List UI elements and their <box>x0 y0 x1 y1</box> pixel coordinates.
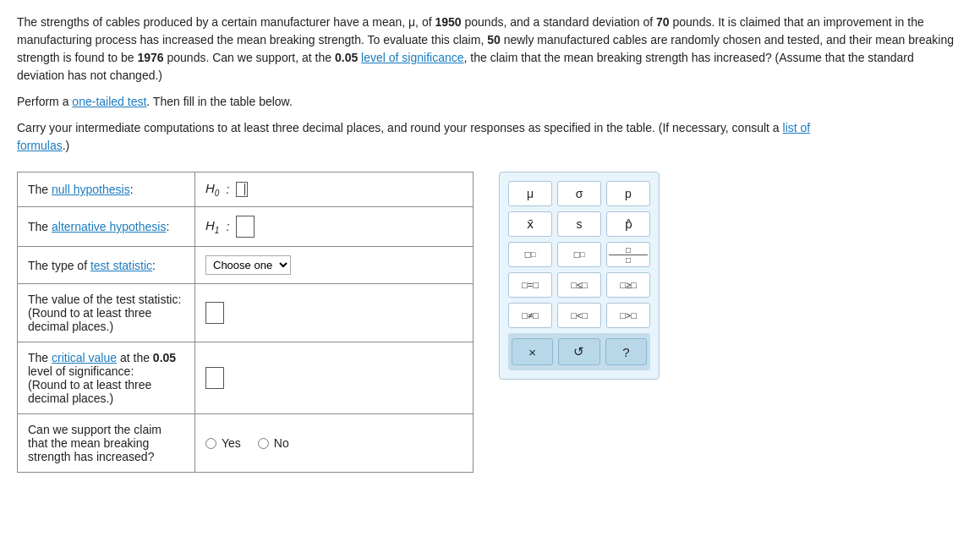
test-statistic-type-label: The type of test statistic: <box>18 247 195 284</box>
phat-button[interactable]: p̂ <box>606 211 650 237</box>
symbol-panel: μ σ p x̄ s p̂ □□ □□ □ □ □=□ <box>499 172 660 473</box>
h0-colon: : <box>226 183 229 196</box>
list-of-formulas-link[interactable]: list offormulas <box>17 121 810 152</box>
one-tailed-test-link[interactable]: one-tailed test <box>72 95 146 108</box>
lt-button[interactable]: □<□ <box>557 303 601 328</box>
yes-radio[interactable] <box>205 438 216 449</box>
geq-button[interactable]: □≥□ <box>606 272 650 298</box>
symbol-row-2: x̄ s p̂ <box>508 211 650 237</box>
help-button[interactable]: ? <box>605 338 647 365</box>
square-superscript-button[interactable]: □□ <box>508 242 552 267</box>
test-statistic-type-row: The type of test statistic: Choose one z… <box>18 247 474 284</box>
null-hypothesis-input-cell: H0 : <box>195 172 474 207</box>
alt-hypothesis-row: The alternative hypothesis: H1 : <box>18 207 474 247</box>
leq-button[interactable]: □≤□ <box>557 272 601 298</box>
test-statistic-link[interactable]: test statistic <box>90 259 152 272</box>
fraction-button[interactable]: □ □ <box>606 242 650 267</box>
conclusion-label: Can we support the claim that the mean b… <box>18 414 195 473</box>
null-hypothesis-input[interactable] <box>236 182 248 197</box>
conclusion-radio-group: Yes No <box>205 436 463 450</box>
alt-hypothesis-formula: H1 : <box>205 216 463 238</box>
test-statistic-value-input-cell <box>195 284 474 342</box>
null-hypothesis-formula: H0 : <box>205 181 463 198</box>
equals-button[interactable]: □=□ <box>508 272 552 298</box>
critical-value-link[interactable]: critical value <box>52 351 117 364</box>
hypothesis-table: The null hypothesis: H0 : The alternativ… <box>17 172 474 473</box>
null-hypothesis-row: The null hypothesis: H0 : <box>18 172 474 207</box>
test-statistic-type-input-cell: Choose one z t Chi-square F <box>195 247 474 284</box>
critical-value-input[interactable] <box>205 367 224 389</box>
h0-symbol: H0 <box>205 181 219 198</box>
yes-radio-label[interactable]: Yes <box>205 436 241 450</box>
p-button[interactable]: p <box>606 181 650 206</box>
symbol-row-3: □□ □□ □ □ <box>508 242 650 267</box>
test-statistic-value-label: The value of the test statistic: (Round … <box>18 284 195 342</box>
null-hypothesis-label: The null hypothesis: <box>18 172 195 207</box>
square-subscript-button[interactable]: □□ <box>557 242 601 267</box>
paragraph-1: The strengths of cables produced by a ce… <box>17 14 963 85</box>
delete-button[interactable]: × <box>512 338 553 365</box>
alt-hypothesis-link[interactable]: alternative hypothesis <box>52 220 166 233</box>
alt-hypothesis-input[interactable] <box>236 216 255 238</box>
critical-value-label: The critical value at the 0.05 level of … <box>18 342 195 414</box>
alt-hypothesis-label: The alternative hypothesis: <box>18 207 195 247</box>
no-radio-label[interactable]: No <box>258 436 289 450</box>
mu-button[interactable]: μ <box>508 181 552 206</box>
yes-label: Yes <box>222 436 241 450</box>
h1-symbol: H1 <box>205 218 219 235</box>
hypothesis-table-section: The null hypothesis: H0 : The alternativ… <box>17 172 474 473</box>
undo-button[interactable]: ↺ <box>558 338 599 365</box>
no-radio[interactable] <box>258 438 269 449</box>
gt-button[interactable]: □>□ <box>606 303 650 328</box>
paragraph-2: Perform a one-tailed test. Then fill in … <box>17 93 963 111</box>
conclusion-row: Can we support the claim that the mean b… <box>18 414 474 473</box>
critical-value-row: The critical value at the 0.05 level of … <box>18 342 474 414</box>
level-of-significance-link[interactable]: level of significance <box>361 51 463 64</box>
paragraph-3: Carry your intermediate computations to … <box>17 119 963 155</box>
sigma-button[interactable]: σ <box>557 181 601 206</box>
test-statistic-value-row: The value of the test statistic: (Round … <box>18 284 474 342</box>
test-statistic-select[interactable]: Choose one z t Chi-square F <box>205 255 291 275</box>
symbol-action-row: × ↺ ? <box>508 333 650 370</box>
symbol-row-5: □≠□ □<□ □>□ <box>508 303 650 328</box>
critical-value-input-cell <box>195 342 474 414</box>
alt-hypothesis-input-cell: H1 : <box>195 207 474 247</box>
test-statistic-value-input[interactable] <box>205 302 224 324</box>
s-button[interactable]: s <box>557 211 601 237</box>
symbol-row-1: μ σ p <box>508 181 650 206</box>
symbol-row-4: □=□ □≤□ □≥□ <box>508 272 650 298</box>
conclusion-input-cell: Yes No <box>195 414 474 473</box>
no-label: No <box>274 436 289 450</box>
h1-colon: : <box>226 220 229 233</box>
null-hypothesis-link[interactable]: null hypothesis <box>52 183 130 196</box>
neq-button[interactable]: □≠□ <box>508 303 552 328</box>
xbar-button[interactable]: x̄ <box>508 211 552 237</box>
symbol-panel-container: μ σ p x̄ s p̂ □□ □□ □ □ □=□ <box>499 172 660 380</box>
